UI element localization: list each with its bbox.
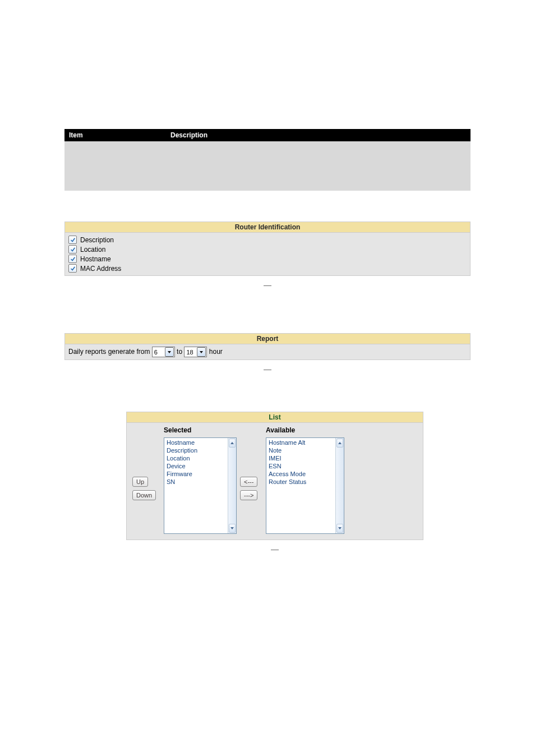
selected-column-label: Selected <box>164 426 237 434</box>
report-from-select[interactable]: 6 <box>152 347 175 357</box>
info-table: Item Description <box>64 129 471 191</box>
checkbox-hostname[interactable] <box>68 255 77 263</box>
report-title: Report <box>64 333 471 344</box>
scroll-down-icon[interactable] <box>336 524 343 533</box>
report-to-select[interactable]: 18 <box>184 347 207 357</box>
checkbox-location[interactable] <box>68 245 77 253</box>
list-panel: Selected Available Up Down Hostname Desc… <box>126 423 423 540</box>
separator: — <box>64 276 471 294</box>
list-item[interactable]: Router Status <box>267 478 335 486</box>
list-item[interactable]: IMEI <box>267 454 335 462</box>
checkbox-mac-address[interactable] <box>68 264 77 273</box>
chevron-down-icon <box>165 347 174 357</box>
router-identification-title: Router Identification <box>64 222 471 233</box>
info-table-header-desc: Description <box>166 129 471 141</box>
list-item[interactable]: Firmware <box>165 470 228 478</box>
report-prefix: Daily reports generate from <box>68 348 150 356</box>
router-identification-panel: Description Location Hostname MAC Addres… <box>64 233 471 276</box>
move-down-button[interactable]: Down <box>132 490 156 500</box>
list-item[interactable]: SN <box>165 478 228 486</box>
checkbox-description[interactable] <box>68 236 77 244</box>
separator: — <box>64 360 471 378</box>
scroll-up-icon[interactable] <box>336 439 343 448</box>
list-item[interactable]: Access Mode <box>267 470 335 478</box>
list-item[interactable]: Location <box>165 454 228 462</box>
checkbox-description-label: Description <box>79 236 114 244</box>
list-item[interactable]: Description <box>165 446 228 454</box>
list-item[interactable]: Device <box>165 462 228 470</box>
available-listbox[interactable]: Hostname Alt Note IMEI ESN Access Mode R… <box>266 437 344 534</box>
info-table-header-item: Item <box>64 129 166 141</box>
list-item[interactable]: Hostname <box>165 439 228 446</box>
report-mid: to <box>177 348 182 356</box>
scrollbar[interactable] <box>335 438 344 533</box>
scroll-down-icon[interactable] <box>229 524 236 533</box>
chevron-down-icon <box>197 347 206 357</box>
checkbox-hostname-label: Hostname <box>79 255 111 263</box>
report-to-value: 18 <box>185 349 196 356</box>
selected-listbox[interactable]: Hostname Description Location Device Fir… <box>164 437 237 534</box>
list-item[interactable]: Note <box>267 446 335 454</box>
scrollbar[interactable] <box>228 438 236 533</box>
report-panel: Daily reports generate from 6 to 18 hour <box>64 344 471 360</box>
move-left-button[interactable]: <--- <box>240 477 257 487</box>
list-title: List <box>126 412 423 423</box>
separator: — <box>126 540 423 558</box>
report-suffix: hour <box>209 348 223 356</box>
list-item[interactable]: Hostname Alt <box>267 439 335 446</box>
checkbox-mac-address-label: MAC Address <box>79 265 121 273</box>
move-up-button[interactable]: Up <box>132 477 148 487</box>
move-right-button[interactable]: ---> <box>240 490 257 500</box>
report-from-value: 6 <box>153 349 164 356</box>
checkbox-location-label: Location <box>79 246 105 253</box>
scroll-up-icon[interactable] <box>229 439 236 448</box>
available-column-label: Available <box>266 426 344 434</box>
list-item[interactable]: ESN <box>267 462 335 470</box>
